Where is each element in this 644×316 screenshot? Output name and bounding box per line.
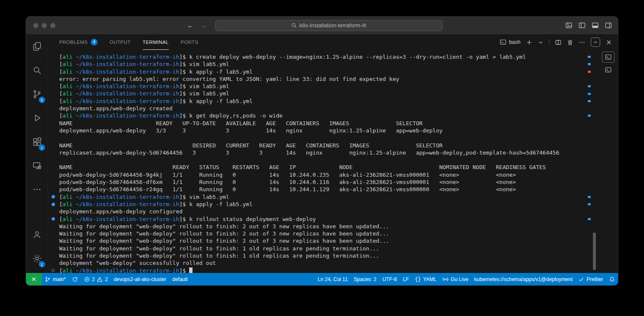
schema-text: kubernetes://schema/apps/v1@deployment — [474, 276, 572, 282]
encoding-indicator[interactable]: UTF-8 — [380, 273, 400, 285]
remote-indicator[interactable] — [26, 273, 42, 285]
overview-ruler — [588, 50, 591, 273]
more-icon — [32, 185, 42, 194]
tab-output-label: OUTPUT — [109, 40, 131, 45]
sync-icon — [72, 276, 78, 282]
overview-ruler-mark-ok — [588, 218, 591, 220]
close-icon — [606, 39, 612, 46]
formatter-indicator[interactable]: Prettier — [575, 273, 606, 285]
schema-indicator[interactable]: kubernetes://schema/apps/v1@deployment — [471, 273, 575, 285]
customize-layout-icon[interactable] — [565, 22, 572, 29]
new-terminal-button[interactable] — [526, 39, 532, 46]
go-live-text: Go Live — [451, 276, 468, 282]
terminal-line: [ali ~/k8s-installation-terraform-ih]$ k… — [48, 201, 618, 208]
tab-terminal[interactable]: TERMINAL — [143, 34, 169, 50]
activity-source-control-button[interactable]: 5 — [27, 82, 47, 106]
language-text: YAML — [423, 276, 437, 282]
encoding-text: UTF-8 — [382, 276, 397, 282]
nav-forward-icon[interactable]: → — [201, 22, 207, 29]
bell-icon — [609, 276, 615, 282]
k8s-cluster-indicator[interactable]: devops2-ali-aks-cluster — [111, 273, 169, 285]
toggle-sidebar-left-icon[interactable] — [578, 22, 586, 29]
terminal-session-button-2[interactable] — [602, 64, 615, 75]
activity-settings-button[interactable]: 1 — [27, 247, 47, 270]
sync-button[interactable] — [69, 273, 81, 285]
command-center-search[interactable]: k8s-installation-terraform-ih — [215, 20, 443, 31]
k8s-namespace-indicator[interactable]: default — [169, 273, 190, 285]
titlebar: ← → k8s-installation-terraform-ih — [26, 17, 618, 34]
search-icon — [32, 65, 42, 75]
close-panel-button[interactable] — [606, 39, 612, 46]
account-icon — [32, 230, 42, 240]
terminal-icon — [605, 54, 612, 60]
overview-ruler-mark-ok — [588, 56, 591, 58]
tab-ports[interactable]: PORTS — [181, 34, 198, 50]
tab-output[interactable]: OUTPUT — [109, 34, 131, 50]
toggle-panel-icon[interactable] — [592, 22, 599, 29]
activity-run-debug-button[interactable] — [27, 106, 47, 130]
activity-explorer-button[interactable] — [27, 34, 47, 58]
terminal-shell-selector[interactable]: bash — [500, 39, 520, 46]
go-live-button[interactable]: Go Live — [440, 273, 471, 285]
close-window-button[interactable] — [33, 23, 38, 28]
cursor-position-indicator[interactable]: Ln 24, Col 11 — [315, 273, 351, 285]
terminal-session-button-1[interactable] — [602, 52, 615, 63]
indentation-text: Spaces: 2 — [354, 276, 376, 282]
activity-search-button[interactable] — [27, 58, 47, 82]
panel-more-actions-button[interactable] — [579, 39, 585, 46]
branch-name: main* — [53, 276, 66, 282]
zoom-window-button[interactable] — [50, 23, 55, 28]
status-bar: main* 2 2 devops2-ali-aks-cluster defaul… — [26, 273, 618, 285]
terminal-line: error: error parsing lab5.yml: error con… — [48, 75, 618, 83]
terminal-viewport[interactable]: [ali ~/k8s-installation-terraform-ih]$ k… — [48, 50, 618, 273]
problems-indicator[interactable]: 2 2 — [81, 273, 111, 285]
panel-header: PROBLEMS 4 OUTPUT TERMINAL PORTS — [48, 34, 618, 50]
traffic-lights — [26, 23, 64, 28]
language-mode-indicator[interactable]: {} YAML — [412, 273, 440, 285]
extensions-badge: 1 — [39, 144, 45, 151]
terminal-icon — [605, 66, 612, 73]
maximize-panel-button[interactable] — [591, 37, 600, 47]
split-icon — [555, 39, 561, 46]
activity-remote-explorer-button[interactable] — [27, 154, 47, 178]
activity-account-button[interactable] — [27, 223, 47, 247]
activity-more-button[interactable] — [27, 178, 47, 201]
activity-extensions-button[interactable]: 1 — [27, 130, 47, 154]
terminal-line: NAME READY STATUS RESTARTS AGE IP NODE N… — [48, 164, 618, 171]
terminal-icon — [500, 39, 506, 46]
command-decoration-dot[interactable] — [52, 195, 55, 198]
indentation-indicator[interactable]: Spaces: 2 — [351, 273, 379, 285]
notifications-button[interactable] — [606, 273, 618, 285]
kill-terminal-button[interactable] — [567, 39, 573, 46]
panel-actions-separator — [549, 39, 549, 46]
split-terminal-button[interactable] — [555, 39, 561, 46]
command-decoration-dot[interactable] — [52, 217, 55, 221]
eol-indicator[interactable]: LF — [400, 273, 412, 285]
overview-ruler-mark-ok — [588, 115, 591, 117]
formatter-text: Prettier — [586, 276, 603, 282]
nav-back-icon[interactable]: ← — [187, 22, 194, 29]
tab-problems[interactable]: PROBLEMS 4 — [59, 34, 98, 50]
braces-icon: {} — [415, 276, 421, 282]
terminal-line: [ali ~/k8s-installation-terraform-ih]$ k… — [48, 53, 618, 60]
terminal-line: Waiting for deployment "web-deploy" roll… — [48, 252, 618, 259]
activity-bar: 5 1 — [26, 34, 48, 273]
tab-ports-label: PORTS — [181, 40, 198, 45]
toggle-sidebar-right-icon[interactable] — [605, 22, 612, 29]
terminal-line — [48, 156, 618, 164]
scrollbar-thumb[interactable] — [593, 233, 596, 270]
command-decoration-dot[interactable] — [52, 203, 55, 206]
overview-ruler-mark-ok — [588, 63, 591, 65]
minimize-window-button[interactable] — [42, 23, 47, 28]
warning-icon — [97, 276, 103, 282]
branch-indicator[interactable]: main* — [42, 273, 69, 285]
terminal-line: [ali ~/k8s-installation-terraform-ih]$ k… — [48, 215, 618, 223]
command-decoration-ring[interactable] — [52, 269, 55, 272]
terminal-dropdown-button[interactable] — [538, 40, 543, 45]
terminal-line: Waiting for deployment "web-deploy" roll… — [48, 230, 618, 237]
command-center-label: k8s-installation-terraform-ih — [299, 22, 367, 29]
chevron-down-icon — [538, 40, 543, 45]
terminal-line: pod/web-deploy-5d67464456-r24gq 1/1 Runn… — [48, 186, 618, 193]
cluster-name: devops2-ali-aks-cluster — [114, 276, 166, 282]
terminal-buffer: [ali ~/k8s-installation-terraform-ih]$ k… — [48, 53, 618, 273]
